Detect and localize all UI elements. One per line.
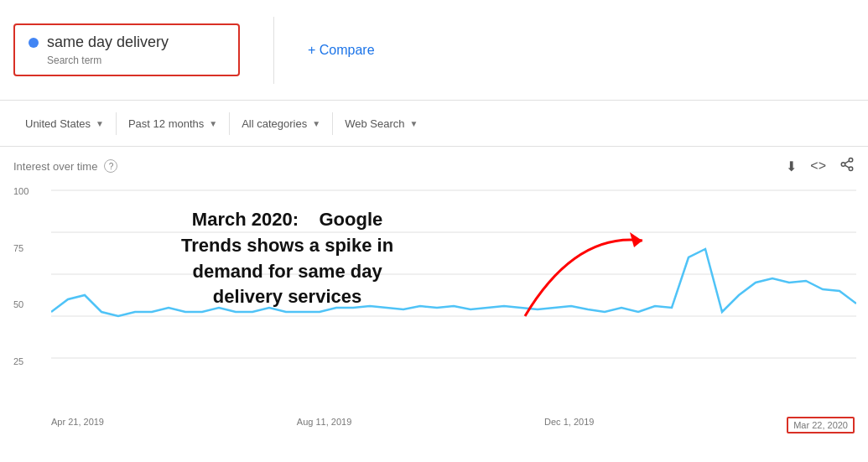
svg-point-0 <box>849 158 853 163</box>
chart-area: March 2020: Google Trends shows a spike … <box>13 182 855 433</box>
x-label-dec-2019: Dec 1, 2019 <box>544 417 594 433</box>
location-label: United States <box>25 117 91 130</box>
search-type-chevron-icon: ▼ <box>409 119 418 128</box>
location-chevron-icon: ▼ <box>96 119 104 128</box>
y-label-25: 25 <box>13 356 29 366</box>
category-label: All categories <box>242 117 307 130</box>
filter-bar: United States ▼ Past 12 months ▼ All cat… <box>0 101 868 147</box>
search-term-text: same day delivery <box>47 34 169 51</box>
compare-button[interactable]: + Compare <box>308 43 375 58</box>
download-icon[interactable]: ⬇ <box>786 158 797 174</box>
x-label-apr-2019: Apr 21, 2019 <box>51 417 104 433</box>
chart-title: Interest over time <box>13 160 97 173</box>
y-axis-labels: 100 75 50 25 <box>13 182 29 383</box>
search-term-box: same day delivery Search term <box>13 23 240 76</box>
svg-line-3 <box>845 165 849 168</box>
x-label-mar-2020: Mar 22, 2020 <box>787 417 855 433</box>
x-label-aug-2019: Aug 11, 2019 <box>297 417 351 433</box>
chart-title-row: Interest over time ? <box>13 159 117 173</box>
chart-actions: ⬇ <> <box>786 157 855 175</box>
blue-dot-icon <box>29 38 39 48</box>
category-filter[interactable]: All categories ▼ <box>230 112 333 135</box>
svg-line-4 <box>845 161 849 164</box>
share-icon[interactable] <box>839 157 855 175</box>
vertical-divider <box>273 17 274 84</box>
svg-point-2 <box>849 167 853 171</box>
search-term-label: same day delivery <box>29 34 225 51</box>
trend-chart-svg <box>51 182 856 383</box>
top-bar: same day delivery Search term + Compare <box>0 0 868 101</box>
embed-icon[interactable]: <> <box>810 158 826 174</box>
time-range-filter[interactable]: Past 12 months ▼ <box>117 112 230 135</box>
y-label-100: 100 <box>13 186 29 196</box>
help-icon[interactable]: ? <box>104 159 117 173</box>
x-axis-labels: Apr 21, 2019 Aug 11, 2019 Dec 1, 2019 Ma… <box>51 417 855 433</box>
chart-section: Interest over time ? ⬇ <> March 2020: Go… <box>0 147 868 462</box>
category-chevron-icon: ▼ <box>312 119 320 128</box>
y-label-50: 50 <box>13 299 29 309</box>
chart-header: Interest over time ? ⬇ <> <box>13 157 855 175</box>
location-filter[interactable]: United States ▼ <box>13 112 117 135</box>
search-type-label: Web Search <box>345 117 404 130</box>
y-label-75: 75 <box>13 243 29 253</box>
time-range-label: Past 12 months <box>128 117 204 130</box>
search-type-filter[interactable]: Web Search ▼ <box>333 112 429 135</box>
svg-point-1 <box>841 163 845 167</box>
time-range-chevron-icon: ▼ <box>209 119 217 128</box>
search-term-sub: Search term <box>47 55 225 66</box>
compare-label: + Compare <box>308 43 375 58</box>
